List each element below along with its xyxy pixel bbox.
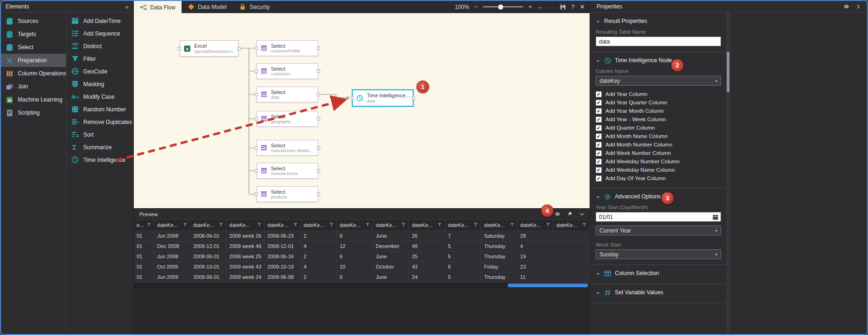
output-port[interactable] (412, 96, 415, 100)
checkbox-add-weekday-number-column[interactable]: ✔Add Weekday Number Column (596, 157, 721, 166)
calendar-icon[interactable] (712, 214, 719, 220)
column-name-dropdown[interactable]: dateKey ▾ (596, 76, 721, 86)
canvas-node-excel[interactable]: X ExcelSpreadSheetDemo I... (180, 40, 239, 57)
canvas-node-select-customers[interactable]: Selectcustomers (256, 63, 318, 79)
section-header-set-variable-values[interactable]: Set Variable Values (596, 287, 721, 298)
sidebar-item-preparation[interactable]: Preparation (1, 54, 66, 67)
filter-icon[interactable] (219, 222, 223, 228)
canvas-node-select-data[interactable]: Selectdata (256, 87, 318, 102)
column-header[interactable]: dateKe... (553, 220, 589, 231)
sidebar-item-sources[interactable]: Sources (1, 15, 66, 28)
checkbox-add-day-of-year-column[interactable]: ✔Add Day Of Year Column (596, 174, 721, 182)
zoom-slider[interactable] (483, 6, 523, 7)
filter-icon[interactable] (510, 222, 514, 228)
collapse-panel-icon[interactable]: « (125, 3, 129, 10)
year-start-input[interactable] (596, 212, 721, 221)
filter-icon[interactable] (546, 222, 550, 228)
canvas-node-select-geography[interactable]: Selectgeography (256, 111, 318, 127)
filter-icon[interactable] (438, 222, 442, 228)
tool-item-summarize[interactable]: Σ Summarize (66, 141, 134, 153)
dataflow-canvas[interactable]: X ExcelSpreadSheetDemo I... Selectcustom… (134, 13, 590, 208)
input-port[interactable] (255, 93, 258, 96)
column-header[interactable]: e... (134, 220, 154, 231)
section-header-result-properties[interactable]: Result Properties (596, 16, 721, 26)
section-header-column-selection[interactable]: Column Selection (596, 268, 721, 278)
save-icon[interactable] (560, 4, 566, 10)
zoom-in-button[interactable]: + (528, 4, 532, 10)
zoom-slider-knob[interactable] (498, 4, 503, 9)
vertical-scrollbar[interactable] (726, 13, 730, 334)
input-port[interactable] (255, 70, 258, 73)
canvas-node-time-intelligence[interactable]: Time Intelligence...data (352, 89, 414, 107)
sidebar-item-select[interactable]: Select (1, 41, 66, 54)
tab-data-model[interactable]: Data Model (182, 1, 233, 13)
column-header[interactable]: dateKe... (445, 220, 481, 231)
input-port[interactable] (255, 146, 258, 150)
input-port[interactable] (255, 47, 258, 50)
column-header[interactable]: dateKe... (226, 220, 265, 231)
zoom-out-button[interactable]: − (474, 4, 478, 10)
checkbox-add-month-number-column[interactable]: ✔Add Month Number Column (596, 140, 721, 149)
tool-item-distinct[interactable]: Distinct (66, 40, 134, 52)
help-button[interactable]: ? (571, 4, 575, 10)
filter-icon[interactable] (329, 222, 334, 228)
section-header-advanced-options[interactable]: Advanced Options (596, 191, 721, 202)
checkbox-add-week-number-column[interactable]: ✔Add Week Number Column (596, 149, 721, 157)
tool-item-random-number[interactable]: Random Number (66, 103, 134, 116)
sidebar-item-machine-learning[interactable]: AI Machine Learning (1, 93, 66, 106)
sidebar-item-column-operations[interactable]: Column Operations (1, 67, 66, 80)
close-button[interactable]: ✕ (580, 4, 585, 10)
canvas-node-select-manufacturer-details[interactable]: Selectmanufacturer details... (256, 140, 318, 156)
section-header-time-intelligence[interactable]: Time Intelligence Node (596, 55, 721, 66)
column-header[interactable]: dateKe... (264, 220, 300, 231)
scrollbar-thumb[interactable] (727, 52, 729, 92)
tool-item-geocode[interactable]: GeoCode (66, 65, 134, 78)
eye-icon[interactable] (554, 211, 561, 217)
sidebar-item-targets[interactable]: Targets (1, 28, 66, 41)
tool-item-modify-case[interactable]: Ab Modify Case (66, 90, 134, 103)
tool-item-sort[interactable]: Sort (66, 128, 134, 141)
tab-data-flow[interactable]: Data Flow (134, 1, 182, 14)
tool-item-time-intelligence[interactable]: Time Intelligence (66, 153, 134, 166)
column-header[interactable]: dateKe... (517, 220, 553, 231)
filter-icon[interactable] (257, 222, 262, 228)
column-header[interactable]: dateKe... (481, 220, 517, 231)
checkbox-add-year-month-column[interactable]: ✔Add Year Month Column (596, 107, 721, 115)
column-header[interactable]: dateKe... (300, 220, 336, 231)
tool-item-add-sequence[interactable]: Add Sequence (66, 27, 134, 40)
table-row[interactable]: 01Jun 20082008-06-012008 week 262008-06-… (134, 231, 590, 241)
column-header[interactable]: dateKe... (190, 220, 226, 231)
checkbox-add-year-quarter-column[interactable]: ✔Add Year Quarter Column (596, 98, 721, 107)
column-header[interactable]: dateKe... (409, 220, 445, 231)
filter-icon[interactable] (582, 222, 586, 228)
forward-button[interactable]: → (548, 4, 554, 10)
checkbox-add-quarter-column[interactable]: ✔Add Quarter Column (596, 124, 721, 132)
input-port[interactable] (178, 47, 181, 50)
tool-item-filter[interactable]: Filter (66, 52, 134, 65)
chevron-down-icon[interactable] (579, 211, 585, 217)
output-port[interactable] (317, 169, 320, 173)
eye-icon[interactable] (843, 3, 850, 10)
pin-icon[interactable] (567, 211, 573, 217)
filter-icon[interactable] (293, 222, 298, 228)
chevron-right-icon[interactable] (855, 3, 861, 10)
horizontal-scrollbar[interactable] (134, 283, 590, 288)
tool-item-remove-duplicates[interactable]: Remove Duplicates (66, 116, 134, 128)
canvas-node-select-products[interactable]: Selectproducts (256, 186, 318, 202)
canvas-node-select-customerprofile[interactable]: SelectcustomerProfile (256, 40, 318, 56)
year-mode-dropdown[interactable]: Current Year ▾ (596, 226, 721, 235)
table-row[interactable]: 01Oct 20092009-10-012009 week 432009-10-… (134, 262, 590, 272)
input-port[interactable] (255, 169, 258, 173)
tab-security[interactable]: Security (233, 1, 276, 13)
filter-icon[interactable] (365, 222, 370, 228)
output-port[interactable] (317, 47, 320, 50)
input-port[interactable] (350, 96, 354, 100)
output-port[interactable] (317, 146, 320, 150)
filter-icon[interactable] (183, 222, 187, 228)
output-port[interactable] (317, 70, 320, 73)
sidebar-item-join[interactable]: Join (1, 80, 66, 93)
checkbox-add-weekday-name-column[interactable]: ✔Add Weekday Name Column (596, 166, 721, 174)
output-port[interactable] (317, 193, 320, 196)
table-row[interactable]: 01Jun 20092009-06-012009 week 242009-06-… (134, 272, 590, 282)
input-port[interactable] (255, 193, 258, 196)
